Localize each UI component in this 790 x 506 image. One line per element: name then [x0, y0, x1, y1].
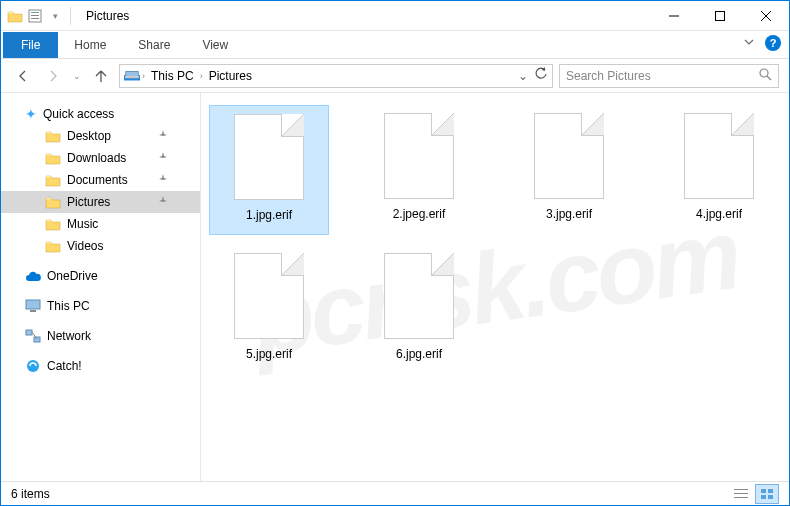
svg-rect-3	[31, 18, 39, 19]
svg-point-11	[760, 69, 768, 77]
tab-share[interactable]: Share	[122, 32, 186, 58]
file-name: 3.jpg.erif	[546, 207, 592, 221]
sidebar-item-label: Videos	[67, 239, 103, 253]
folder-icon	[45, 238, 61, 254]
sidebar-item-network[interactable]: Network	[1, 325, 200, 347]
expand-ribbon-icon[interactable]	[743, 36, 755, 51]
search-placeholder: Search Pictures	[566, 69, 651, 83]
folder-icon	[7, 8, 23, 24]
svg-rect-24	[761, 495, 766, 499]
maximize-button[interactable]	[697, 1, 743, 31]
svg-rect-10	[125, 76, 139, 78]
file-icon	[534, 113, 604, 199]
file-item[interactable]: 2.jpeg.erif	[359, 105, 479, 235]
file-item[interactable]: 6.jpg.erif	[359, 245, 479, 375]
svg-rect-1	[31, 12, 39, 13]
pin-icon	[158, 173, 168, 187]
chevron-right-icon[interactable]: ›	[142, 71, 145, 81]
navigation-pane: ✦ Quick access DesktopDownloadsDocuments…	[1, 93, 201, 481]
sidebar-quick-access[interactable]: ✦ Quick access	[1, 103, 200, 125]
file-name: 2.jpeg.erif	[393, 207, 446, 221]
ribbon: File Home Share View ?	[1, 31, 789, 59]
pin-icon	[158, 151, 168, 165]
pin-icon	[158, 129, 168, 143]
sidebar-item-label: Music	[67, 217, 98, 231]
recent-dropdown-icon[interactable]: ⌄	[71, 64, 83, 88]
minimize-button[interactable]	[651, 1, 697, 31]
sidebar-item-catch-[interactable]: Catch!	[1, 355, 200, 377]
sidebar-item-label: Pictures	[67, 195, 110, 209]
svg-rect-25	[768, 495, 773, 499]
sidebar-item-pictures[interactable]: Pictures	[1, 191, 200, 213]
file-item[interactable]: 3.jpg.erif	[509, 105, 629, 235]
file-icon	[234, 114, 304, 200]
quick-access-toolbar: ▾ Pictures	[1, 7, 129, 25]
tab-view[interactable]: View	[186, 32, 244, 58]
forward-button[interactable]	[41, 64, 65, 88]
refresh-icon[interactable]	[534, 67, 548, 84]
properties-icon[interactable]	[27, 8, 43, 24]
back-button[interactable]	[11, 64, 35, 88]
breadcrumb[interactable]: › This PC › Pictures ⌄	[119, 64, 553, 88]
breadcrumb-dropdown-icon[interactable]: ⌄	[518, 69, 528, 83]
svg-rect-21	[734, 497, 748, 498]
sidebar-item-this-pc[interactable]: This PC	[1, 295, 200, 317]
qat-dropdown-icon[interactable]: ▾	[47, 8, 63, 24]
file-item[interactable]: 5.jpg.erif	[209, 245, 329, 375]
svg-rect-15	[26, 330, 32, 335]
address-bar: ⌄ › This PC › Pictures ⌄ Search Pictures	[1, 59, 789, 93]
sidebar-item-music[interactable]: Music	[1, 213, 200, 235]
explorer-body: ✦ Quick access DesktopDownloadsDocuments…	[1, 93, 789, 481]
breadcrumb-this-pc[interactable]: This PC	[147, 69, 198, 83]
star-icon: ✦	[25, 106, 37, 122]
window-controls	[651, 1, 789, 31]
svg-rect-23	[768, 489, 773, 493]
window-title: Pictures	[86, 9, 129, 23]
svg-rect-16	[34, 337, 40, 342]
breadcrumb-pictures[interactable]: Pictures	[205, 69, 256, 83]
sidebar-item-label: Quick access	[43, 107, 114, 121]
sidebar-item-downloads[interactable]: Downloads	[1, 147, 200, 169]
chevron-right-icon[interactable]: ›	[200, 71, 203, 81]
catch-icon	[25, 358, 41, 374]
titlebar: ▾ Pictures	[1, 1, 789, 31]
svg-point-18	[27, 360, 39, 372]
close-button[interactable]	[743, 1, 789, 31]
file-item[interactable]: 4.jpg.erif	[659, 105, 779, 235]
sidebar-item-label: Documents	[67, 173, 128, 187]
sidebar-item-label: This PC	[47, 299, 90, 313]
folder-icon	[45, 194, 61, 210]
sidebar-item-desktop[interactable]: Desktop	[1, 125, 200, 147]
svg-rect-13	[26, 300, 40, 309]
sidebar-item-label: Downloads	[67, 151, 126, 165]
details-view-button[interactable]	[729, 484, 753, 504]
sidebar-item-videos[interactable]: Videos	[1, 235, 200, 257]
sidebar-item-onedrive[interactable]: OneDrive	[1, 265, 200, 287]
file-icon	[684, 113, 754, 199]
sidebar-item-label: Catch!	[47, 359, 82, 373]
status-bar: 6 items	[1, 481, 789, 505]
folder-icon	[45, 216, 61, 232]
file-item[interactable]: 1.jpg.erif	[209, 105, 329, 235]
tab-home[interactable]: Home	[58, 32, 122, 58]
search-icon[interactable]	[758, 67, 772, 84]
pc-icon	[25, 298, 41, 314]
help-button[interactable]: ?	[765, 35, 781, 51]
search-input[interactable]: Search Pictures	[559, 64, 779, 88]
svg-rect-19	[734, 489, 748, 490]
sidebar-item-label: OneDrive	[47, 269, 98, 283]
cloud-icon	[25, 268, 41, 284]
file-name: 5.jpg.erif	[246, 347, 292, 361]
network-icon	[25, 328, 41, 344]
file-tab[interactable]: File	[3, 32, 58, 58]
sidebar-item-documents[interactable]: Documents	[1, 169, 200, 191]
svg-rect-14	[30, 310, 36, 312]
svg-rect-22	[761, 489, 766, 493]
folder-icon	[45, 128, 61, 144]
folder-icon	[45, 150, 61, 166]
file-list[interactable]: pcrisk.com 1.jpg.erif2.jpeg.erif3.jpg.er…	[201, 93, 789, 481]
file-name: 4.jpg.erif	[696, 207, 742, 221]
up-button[interactable]	[89, 64, 113, 88]
file-name: 6.jpg.erif	[396, 347, 442, 361]
thumbnails-view-button[interactable]	[755, 484, 779, 504]
